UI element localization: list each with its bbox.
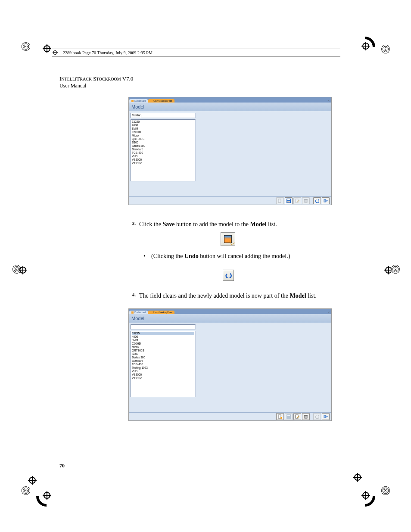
new-button-2[interactable] [276, 413, 284, 420]
tab-close-icon-2[interactable]: × [328, 311, 331, 314]
registration-ring-icon [21, 42, 31, 51]
tab-univlookup-icon-2 [150, 311, 153, 314]
list-item[interactable]: 8MM [132, 127, 194, 131]
tab-univlookup-2[interactable]: UnivLookupFrm [148, 311, 174, 314]
list-item[interactable]: Standard [132, 359, 194, 363]
panel-title-2: Model [129, 314, 331, 323]
svg-rect-13 [305, 415, 307, 418]
list-item[interactable]: Series 300 [132, 356, 194, 359]
tab-close-icon[interactable]: × [328, 99, 331, 103]
screenshot-2: Dashboard UnivLookupFrm × Model 33255400… [128, 308, 331, 421]
list-item[interactable]: 8MM [132, 339, 194, 342]
list-item[interactable]: Standard [132, 148, 194, 151]
step-4-num: 4. [126, 292, 139, 300]
list-item[interactable]: S300 [132, 141, 194, 144]
ellipsis-icon: ... [222, 241, 226, 245]
undo-button-2[interactable] [313, 413, 321, 420]
list-item[interactable]: VS3000 [132, 158, 194, 162]
svg-rect-6 [304, 199, 308, 200]
undo-arrow-icon [225, 272, 232, 278]
toolbar [129, 196, 331, 205]
registration-ring-icon [381, 486, 390, 495]
doc-title: INTELLITRACK STOCKROOM V7.0 [59, 75, 133, 82]
step-3-text: Click the Save button to add the model t… [139, 221, 277, 229]
list-item[interactable]: VHS [132, 370, 194, 373]
tab-dashboard-2[interactable]: Dashboard [129, 311, 148, 314]
registration-cross-icon [19, 266, 27, 274]
svg-rect-2 [287, 199, 290, 200]
svg-rect-3 [287, 201, 290, 202]
list-item[interactable]: 33255 [132, 332, 194, 335]
edit-button[interactable] [293, 197, 301, 204]
model-listbox-2[interactable]: 3325540008MMC60HDMicroQRT300SS300Series … [131, 331, 196, 397]
edit-button-2[interactable] [293, 413, 301, 420]
save-icon-2 [286, 414, 291, 419]
new-icon-2 [278, 414, 282, 419]
registration-cross-icon [353, 473, 362, 482]
svg-rect-15 [324, 415, 326, 418]
list-item[interactable]: S300 [132, 352, 194, 356]
registration-cross-icon [43, 44, 51, 53]
list-item[interactable]: VS3000 [132, 373, 194, 376]
undo-icon [315, 199, 319, 203]
page-cross-icon [53, 50, 58, 55]
list-item[interactable]: Micro [132, 134, 194, 137]
save-button[interactable] [285, 197, 293, 204]
tab-bar-2: Dashboard UnivLookupFrm × [129, 309, 331, 314]
bullet-text: (Clicking the Undo button will cancel ad… [151, 253, 290, 260]
undo-button[interactable] [313, 197, 321, 204]
list-item[interactable]: 4000 [132, 335, 194, 339]
registration-cross-icon [43, 491, 51, 500]
tab-dashboard[interactable]: Dashboard [129, 99, 148, 103]
step-3: 3. Click the Save button to add the mode… [126, 221, 337, 229]
close-button-2[interactable] [322, 413, 330, 420]
delete-button-2[interactable] [302, 413, 310, 420]
list-item[interactable]: VT1922 [132, 162, 194, 165]
registration-ring-icon [391, 264, 400, 274]
delete-button[interactable] [302, 197, 310, 204]
svg-rect-5 [305, 199, 307, 202]
tab-bar: Dashboard UnivLookupFrm × [129, 97, 331, 103]
close-icon [324, 199, 328, 203]
list-item[interactable]: Micro [132, 345, 194, 349]
bullet-dot: • [143, 253, 151, 260]
edit-icon [295, 199, 299, 203]
doc-subtitle: User Manual [59, 83, 86, 89]
undo-icon-2 [315, 414, 319, 419]
list-item[interactable]: Testing 1023 [132, 366, 194, 370]
tab-univlookup-icon [150, 100, 153, 102]
delete-icon-2 [304, 414, 308, 419]
close-button[interactable] [322, 197, 330, 204]
list-item[interactable]: C60HD [132, 342, 194, 345]
list-item[interactable]: 33220 [132, 120, 194, 124]
list-item[interactable]: TCS-430 [132, 363, 194, 366]
new-button[interactable] [276, 197, 284, 204]
screenshot-1: Dashboard UnivLookupFrm × Model Testing … [128, 97, 331, 205]
list-item[interactable]: QRT300S [132, 137, 194, 141]
svg-rect-7 [324, 199, 326, 202]
page-number: 70 [59, 463, 65, 469]
svg-rect-0 [278, 199, 281, 202]
save-button-2[interactable] [285, 413, 293, 420]
list-item[interactable]: TCS-430 [132, 151, 194, 155]
list-item[interactable]: 4000 [132, 124, 194, 127]
book-meta-line: 2289.book Page 70 Thursday, July 9, 2009… [52, 49, 340, 56]
new-icon [278, 199, 282, 203]
list-item[interactable]: QRT300S [132, 349, 194, 352]
list-item[interactable]: C60HD [132, 131, 194, 134]
save-icon-inline: ... [221, 232, 235, 246]
registration-cross-icon [361, 491, 370, 500]
edit-icon-2 [295, 414, 299, 419]
model-input-2[interactable] [131, 324, 196, 330]
list-item[interactable]: VHS [132, 155, 194, 158]
tab-univlookup[interactable]: UnivLookupFrm [148, 99, 174, 103]
list-item[interactable]: VT1922 [132, 376, 194, 380]
list-item[interactable]: Series 300 [132, 144, 194, 148]
model-listbox[interactable]: 3322040008MMC60HDMicroQRT300SS300Series … [131, 119, 196, 181]
close-icon-2 [324, 414, 328, 419]
registration-ring-icon [381, 44, 390, 54]
step-4-text: The field clears and the newly added mod… [139, 292, 317, 300]
svg-rect-14 [304, 415, 308, 416]
book-meta-text: 2289.book Page 70 Thursday, July 9, 2009… [63, 50, 153, 55]
model-input[interactable]: Testing [131, 113, 196, 118]
